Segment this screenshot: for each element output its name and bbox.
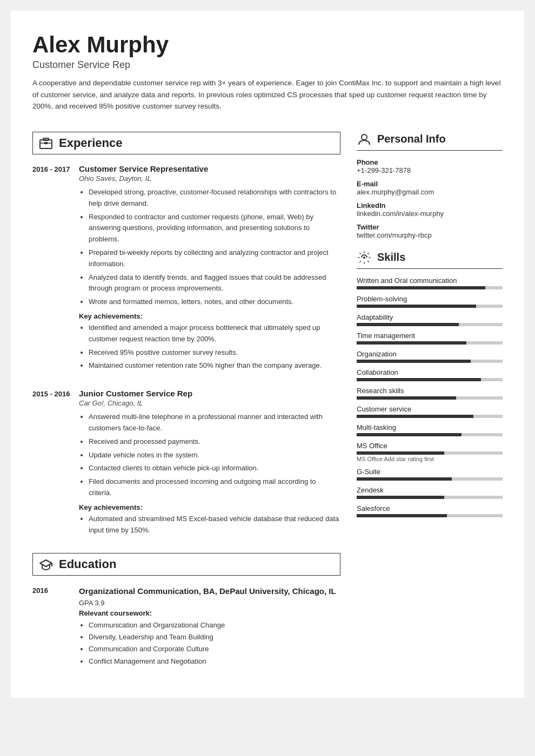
personal-info-title: Personal Info <box>377 133 446 145</box>
skill-bar-fill-5 <box>357 378 481 381</box>
skills-header: Skills <box>357 250 503 269</box>
skill-bar-bg-12 <box>357 514 503 517</box>
list-item: Wrote and formatted memos, letters, note… <box>89 296 340 308</box>
job-details-1: Junior Customer Service RepCar Go!, Chic… <box>79 389 340 540</box>
skill-item-1: Problem-solving <box>357 295 503 308</box>
job-bullets-0: Developed strong, proactive, customer-fo… <box>79 187 340 308</box>
skill-item-8: Multi-tasking <box>357 423 503 436</box>
skill-name-10: G-Suite <box>357 468 503 476</box>
skills-title: Skills <box>377 251 405 264</box>
edu-degree-0: Organizational Communication, BA, DePaul… <box>79 585 340 597</box>
skills-icon <box>357 250 372 265</box>
skill-name-5: Collaboration <box>357 368 503 376</box>
candidate-name: Alex Murphy <box>32 32 503 57</box>
list-item: Communication and Corporate Culture <box>89 643 340 655</box>
skills-list: Written and Oral communicationProblem-so… <box>357 276 503 517</box>
phone-item: Phone +1-299-321-7878 <box>357 158 503 174</box>
svg-rect-3 <box>44 142 48 144</box>
list-item: Received and processed payments. <box>89 436 340 448</box>
skill-bar-fill-11 <box>357 496 444 499</box>
skills-section: Skills Written and Oral communicationPro… <box>357 250 503 517</box>
email-value: alex.murphy@gmail.com <box>357 188 503 196</box>
list-item: Responded to contractor and customer req… <box>89 212 340 245</box>
education-icon <box>38 557 54 572</box>
edu-gpa-0: GPA 3.9 <box>79 599 340 607</box>
email-label: E-mail <box>357 180 503 188</box>
skill-item-3: Time management <box>357 332 503 345</box>
skill-item-4: Organization <box>357 350 503 363</box>
header-section: Alex Murphy Customer Service Rep A coope… <box>32 32 503 123</box>
skill-item-10: G-Suite <box>357 468 503 481</box>
skill-bar-bg-6 <box>357 396 503 400</box>
skill-bar-bg-3 <box>357 341 503 345</box>
skill-item-11: Zendesk <box>357 486 503 499</box>
list-item: Identified and amended a major process b… <box>89 322 340 345</box>
education-title: Education <box>59 557 116 571</box>
skill-item-0: Written and Oral communication <box>357 276 503 289</box>
skill-bar-bg-2 <box>357 323 503 326</box>
list-item: Prepared bi-weekly reports by collecting… <box>89 247 340 270</box>
job-company-1: Car Go!, Chicago, IL <box>79 399 340 407</box>
skill-bar-fill-4 <box>357 360 471 363</box>
skill-name-11: Zendesk <box>357 486 503 494</box>
svg-point-5 <box>362 134 367 140</box>
skill-name-12: Salesforce <box>357 504 503 512</box>
skill-name-0: Written and Oral communication <box>357 276 503 285</box>
job-bullets-1: Answered multi-line telephone in a profe… <box>79 411 340 499</box>
twitter-label: Twitter <box>357 223 503 231</box>
skill-name-8: Multi-tasking <box>357 423 503 431</box>
achievements-label-0: Key achievements: <box>79 312 340 320</box>
experience-title: Experience <box>59 136 122 150</box>
twitter-item: Twitter twitter.com/murphy-rbcp <box>357 223 503 239</box>
list-item: Contacted clients to obtain vehicle pick… <box>89 463 340 474</box>
skill-bar-bg-9 <box>357 451 503 455</box>
linkedin-value: linkedin.com/in/alex-murphy <box>357 210 503 218</box>
skill-bar-fill-10 <box>357 477 452 481</box>
skill-name-1: Problem-solving <box>357 295 503 303</box>
list-item: Received 95% positive customer survey re… <box>89 347 340 359</box>
list-item: Update vehicle notes in the system. <box>89 450 340 461</box>
list-item: Developed strong, proactive, customer-fo… <box>89 187 340 210</box>
skill-bar-fill-0 <box>357 286 485 289</box>
achievements-label-1: Key achievements: <box>79 503 340 511</box>
skill-bar-bg-8 <box>357 433 503 436</box>
skill-bar-bg-0 <box>357 286 503 289</box>
skill-bar-fill-2 <box>357 323 459 326</box>
candidate-title: Customer Service Rep <box>32 59 503 71</box>
education-list: 2016Organizational Communication, BA, De… <box>32 585 340 667</box>
resume-container: Alex Murphy Customer Service Rep A coope… <box>11 11 524 698</box>
list-item: Automated and streamlined MS Excel-based… <box>89 514 340 536</box>
twitter-value: twitter.com/murphy-rbcp <box>357 231 503 239</box>
skill-name-4: Organization <box>357 350 503 358</box>
list-item: Answered multi-line telephone in a profe… <box>89 411 340 434</box>
skill-item-2: Adaptability <box>357 313 503 326</box>
summary-text: A cooperative and dependable customer se… <box>32 77 503 112</box>
skill-bar-bg-1 <box>357 305 503 308</box>
skill-name-7: Customer service <box>357 405 503 413</box>
skill-bar-fill-3 <box>357 341 466 345</box>
skill-bar-fill-8 <box>357 433 462 436</box>
skill-item-7: Customer service <box>357 405 503 418</box>
list-item: Analyzed data to identify trends, and fl… <box>89 272 340 295</box>
main-content: Experience 2016 - 2017Customer Service R… <box>32 132 503 676</box>
skill-bar-fill-9 <box>357 451 444 455</box>
skill-bar-bg-4 <box>357 360 503 363</box>
email-item: E-mail alex.murphy@gmail.com <box>357 180 503 196</box>
linkedin-label: LinkedIn <box>357 201 503 210</box>
right-column: Personal Info Phone +1-299-321-7878 E-ma… <box>357 132 503 676</box>
skill-bar-bg-11 <box>357 496 503 499</box>
skill-bar-fill-6 <box>357 396 456 400</box>
jobs-list: 2016 - 2017Customer Service Representati… <box>32 164 340 540</box>
skill-bar-fill-1 <box>357 305 476 308</box>
edu-year-0: 2016 <box>32 585 70 667</box>
job-title-0: Customer Service Representative <box>79 164 340 173</box>
skill-bar-bg-5 <box>357 378 503 381</box>
svg-point-6 <box>363 256 365 259</box>
job-block-1: 2015 - 2016Junior Customer Service RepCa… <box>32 389 340 540</box>
edu-details-0: Organizational Communication, BA, DePaul… <box>79 585 340 667</box>
phone-value: +1-299-321-7878 <box>357 166 503 174</box>
list-item: Communication and Organizational Change <box>89 619 340 631</box>
job-dates-0: 2016 - 2017 <box>32 164 70 376</box>
skill-name-3: Time management <box>357 332 503 340</box>
skill-name-6: Research skills <box>357 387 503 395</box>
